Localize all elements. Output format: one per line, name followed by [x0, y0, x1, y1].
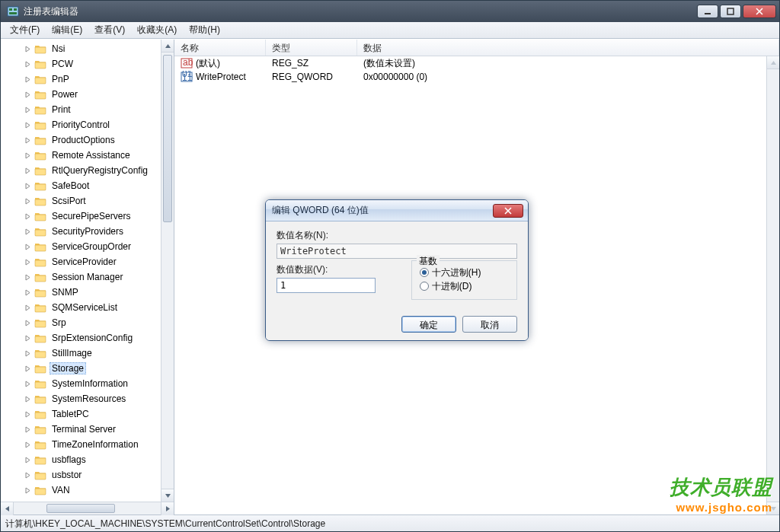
- tree-item[interactable]: SQMServiceList: [2, 300, 174, 315]
- expand-icon[interactable]: [24, 106, 31, 113]
- close-button[interactable]: [743, 5, 776, 18]
- tree-item[interactable]: PriorityControl: [2, 117, 174, 132]
- maximize-button[interactable]: [720, 5, 741, 18]
- scroll-down-icon[interactable]: [161, 489, 174, 502]
- tree-item[interactable]: usbflags: [2, 452, 174, 467]
- expand-icon[interactable]: [24, 334, 31, 342]
- radio-hex[interactable]: [420, 268, 429, 277]
- tree-item[interactable]: Power: [2, 87, 174, 102]
- expand-icon[interactable]: [24, 319, 31, 327]
- tree-item[interactable]: SystemResources: [2, 391, 174, 406]
- tree-item[interactable]: SafeBoot: [2, 178, 174, 193]
- hscroll-thumb[interactable]: [46, 504, 115, 513]
- expand-icon[interactable]: [24, 273, 31, 281]
- tree-item[interactable]: SystemInformation: [2, 376, 174, 391]
- tree-item[interactable]: Nsi: [2, 41, 174, 56]
- tree-vertical-scrollbar[interactable]: [161, 40, 174, 502]
- expand-icon[interactable]: [24, 395, 31, 403]
- expand-icon[interactable]: [24, 197, 31, 205]
- menu-view[interactable]: 查看(V): [88, 22, 131, 38]
- tree-item[interactable]: PnP: [2, 72, 174, 87]
- tree-item[interactable]: TabletPC: [2, 406, 174, 422]
- scroll-down-icon[interactable]: [767, 502, 779, 514]
- tree-item[interactable]: ServiceGroupOrder: [2, 239, 174, 254]
- expand-icon[interactable]: [24, 365, 31, 372]
- tree-item[interactable]: PCW: [2, 56, 174, 72]
- tree-item[interactable]: ProductOptions: [2, 132, 174, 148]
- tree-item[interactable]: SecurityProviders: [2, 224, 174, 239]
- scroll-right-icon[interactable]: [161, 502, 174, 515]
- tree-horizontal-scrollbar[interactable]: [1, 502, 174, 514]
- expand-icon[interactable]: [24, 410, 31, 418]
- expand-icon[interactable]: [24, 182, 31, 190]
- column-type[interactable]: 类型: [266, 40, 357, 56]
- tree-item[interactable]: Terminal Server: [2, 422, 174, 437]
- folder-icon: [34, 165, 46, 176]
- expand-icon[interactable]: [24, 380, 31, 387]
- dialog-close-button[interactable]: [493, 204, 523, 218]
- tree-item[interactable]: Srp: [2, 315, 174, 330]
- expand-icon[interactable]: [24, 136, 31, 144]
- tree-item[interactable]: ScsiPort: [2, 193, 174, 209]
- window-title: 注册表编辑器: [24, 5, 697, 18]
- list-vertical-scrollbar[interactable]: [766, 56, 779, 514]
- tree-item[interactable]: ServiceProvider: [2, 254, 174, 269]
- tree-item[interactable]: Storage: [2, 361, 174, 376]
- tree-item[interactable]: SNMP: [2, 285, 174, 300]
- scroll-up-icon[interactable]: [161, 40, 174, 53]
- tree-item[interactable]: Remote Assistance: [2, 148, 174, 163]
- menu-file[interactable]: 文件(F): [4, 22, 46, 38]
- expand-icon[interactable]: [24, 212, 31, 220]
- scroll-thumb[interactable]: [163, 55, 172, 222]
- list-row[interactable]: ab(默认)REG_SZ(数值未设置): [174, 56, 779, 70]
- tree-item[interactable]: usbstor: [2, 467, 174, 483]
- minimize-button[interactable]: [697, 5, 718, 18]
- expand-icon[interactable]: [24, 288, 31, 296]
- scroll-up-icon[interactable]: [767, 56, 779, 69]
- tree-item[interactable]: RtlQueryRegistryConfig: [2, 163, 174, 178]
- expand-icon[interactable]: [24, 456, 31, 464]
- expand-icon[interactable]: [24, 258, 31, 266]
- tree-item-label: ScsiPort: [50, 195, 88, 207]
- expand-icon[interactable]: [24, 425, 31, 433]
- tree-item[interactable]: SecurePipeServers: [2, 209, 174, 224]
- column-name[interactable]: 名称: [174, 40, 266, 56]
- menu-help[interactable]: 帮助(H): [183, 22, 226, 38]
- tree-item[interactable]: StillImage: [2, 346, 174, 361]
- list-row[interactable]: 011110WriteProtectREG_QWORD0x00000000 (0…: [174, 70, 779, 84]
- radio-dec-label: 十进制(D): [432, 280, 472, 293]
- cancel-button[interactable]: 取消: [462, 316, 517, 333]
- expand-icon[interactable]: [24, 243, 31, 250]
- expand-icon[interactable]: [24, 441, 31, 448]
- registry-tree[interactable]: NsiPCWPnPPowerPrintPriorityControlProduc…: [1, 40, 174, 499]
- radio-dec[interactable]: [420, 282, 429, 291]
- radio-dec-row[interactable]: 十进制(D): [420, 279, 509, 293]
- expand-icon[interactable]: [24, 60, 31, 68]
- scroll-left-icon[interactable]: [1, 502, 14, 515]
- expand-icon[interactable]: [24, 45, 31, 53]
- expand-icon[interactable]: [24, 486, 31, 494]
- tree-item[interactable]: Print: [2, 102, 174, 117]
- menubar: 文件(F) 编辑(E) 查看(V) 收藏夹(A) 帮助(H): [1, 22, 779, 39]
- tree-item-label: SNMP: [50, 286, 81, 298]
- expand-icon[interactable]: [24, 228, 31, 235]
- expand-icon[interactable]: [24, 91, 31, 98]
- expand-icon[interactable]: [24, 304, 31, 311]
- tree-item[interactable]: VAN: [2, 483, 174, 498]
- value-data-input[interactable]: [277, 278, 376, 293]
- regedit-icon: [7, 5, 19, 18]
- expand-icon[interactable]: [24, 75, 31, 83]
- ok-button[interactable]: 确定: [401, 316, 456, 333]
- tree-item[interactable]: TimeZoneInformation: [2, 437, 174, 452]
- expand-icon[interactable]: [24, 349, 31, 357]
- value-data-label: 数值数据(V):: [277, 263, 398, 276]
- menu-edit[interactable]: 编辑(E): [46, 22, 88, 38]
- column-data[interactable]: 数据: [357, 40, 779, 56]
- tree-item[interactable]: SrpExtensionConfig: [2, 330, 174, 346]
- expand-icon[interactable]: [24, 121, 31, 129]
- expand-icon[interactable]: [24, 471, 31, 479]
- tree-item[interactable]: Session Manager: [2, 269, 174, 285]
- expand-icon[interactable]: [24, 151, 31, 159]
- menu-favorites[interactable]: 收藏夹(A): [131, 22, 183, 38]
- expand-icon[interactable]: [24, 167, 31, 174]
